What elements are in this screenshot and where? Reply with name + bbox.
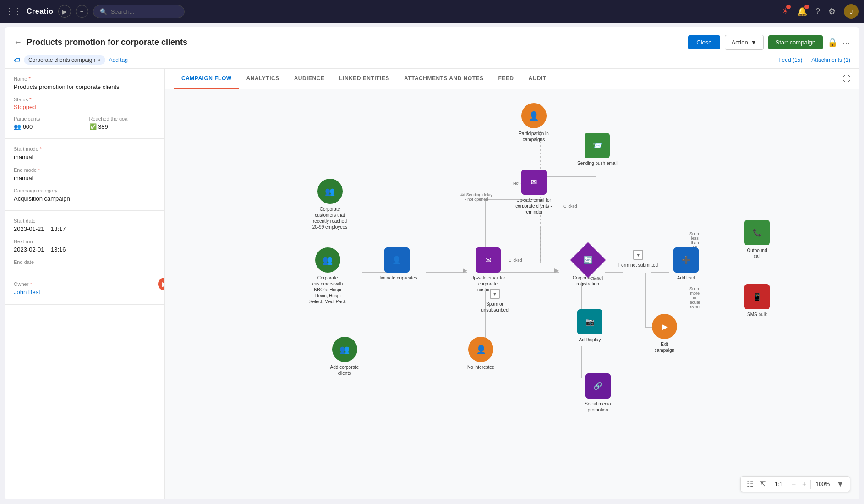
corp-1-label: Corporate customers that recently reache… — [309, 206, 350, 230]
owner-value[interactable]: John Best — [14, 288, 155, 296]
tab-feed[interactable]: FEED — [491, 69, 521, 89]
duplicate-icon: 👤 — [392, 256, 401, 264]
fit-view-button[interactable]: ⇱ — [757, 478, 768, 490]
zoom-out-button[interactable]: − — [789, 479, 798, 490]
svg-marker-25 — [554, 268, 559, 273]
sms-icon: 📱 — [753, 292, 762, 301]
goal-label: Reached the goal — [89, 116, 156, 121]
node-eliminate-dup[interactable]: 👤 Eliminate duplicates — [377, 247, 417, 281]
node-ad-display[interactable]: 📷 Ad Display — [577, 309, 602, 343]
goal-icon: ✅ — [89, 123, 97, 130]
main-content: ← Products promotion for corporate clien… — [0, 23, 864, 504]
close-button[interactable]: Close — [688, 35, 720, 49]
phone-icon: 📞 — [753, 228, 762, 237]
corp-2-label: Corporate customers with NBO's: Hospi Fl… — [307, 275, 348, 305]
name-label: Name — [14, 76, 155, 82]
spam-filter-icon: ▼ — [492, 291, 497, 296]
node-participation[interactable]: 👤 Participation in campaigns — [513, 103, 554, 142]
plus-button[interactable]: + — [76, 5, 88, 18]
more-options-icon[interactable]: ⋯ — [842, 38, 850, 48]
node-no-interest[interactable]: 👤 No interested — [467, 337, 494, 370]
tab-audit[interactable]: AUDIT — [521, 69, 554, 89]
tabs-bar: CAMPAIGN FLOW ANALYTICS AUDIENCE LINKED … — [165, 69, 859, 89]
expand-icon[interactable]: ⛶ — [843, 75, 850, 83]
avatar[interactable]: J — [844, 4, 859, 19]
start-campaign-button[interactable]: Start campaign — [768, 35, 823, 49]
node-add-lead[interactable]: ➕ Add lead — [673, 247, 699, 281]
play-button[interactable]: ▶ — [58, 5, 71, 18]
node-social-media[interactable]: 🔗 Social media promotion — [577, 373, 618, 413]
ad-display-icon: 📷 — [585, 318, 595, 326]
participation-icon: 👤 — [529, 111, 539, 121]
delay-label: 4d Sending delay - not opened — [460, 192, 492, 202]
help-icon[interactable]: ? — [815, 7, 820, 16]
start-mode-value: manual — [14, 153, 155, 161]
search-input[interactable] — [111, 8, 180, 15]
participants-field: Participants 👥 600 — [14, 116, 80, 131]
tab-audience[interactable]: AUDIENCE — [287, 69, 332, 89]
owner-section: Owner John Best — [5, 274, 164, 304]
settings-icon[interactable]: ⚙ — [828, 6, 836, 16]
tab-campaign-flow[interactable]: CAMPAIGN FLOW — [174, 69, 239, 89]
tab-attachments-notes[interactable]: ATTACHMENTS AND NOTES — [397, 69, 491, 89]
add-tag-button[interactable]: Add tag — [109, 57, 128, 63]
lock-icon[interactable]: 🔒 — [827, 38, 837, 48]
toolbar-divider-3 — [810, 480, 811, 489]
node-exit-campaign[interactable]: ▶ Exit campaign — [652, 314, 677, 353]
goal-field: Reached the goal ✅ 389 — [89, 116, 156, 131]
canvas-inner: 👤 Participation in campaigns Not opened … — [165, 89, 669, 410]
add-lead-label: Add lead — [677, 275, 695, 281]
start-mode-label: Start mode — [14, 146, 155, 152]
add-corp-label: Add corporate clients — [324, 364, 365, 376]
header-actions: Close Action ▼ Start campaign 🔒 ⋯ — [688, 35, 850, 50]
eliminate-label: Eliminate duplicates — [377, 275, 417, 281]
participants-value: 👥 600 — [14, 123, 80, 131]
left-panel: ▶ Name Products promotion for corporate … — [5, 69, 165, 499]
participation-label: Participation in campaigns — [513, 131, 554, 142]
chevron-down-icon[interactable]: ▼ — [834, 479, 846, 490]
mode-section: Start mode manual End mode manual Campai… — [5, 139, 164, 211]
social-label: Social media promotion — [577, 401, 618, 413]
grid-view-button[interactable]: ☷ — [744, 478, 755, 490]
node-corp-customers-2[interactable]: 👥 Corporate customers with NBO's: Hospi … — [307, 247, 348, 305]
node-sms-bulk[interactable]: 📱 SMS bulk — [744, 284, 770, 318]
bell-icon[interactable]: 🔔 — [797, 6, 807, 16]
corp-customers-2-icon: 👥 — [323, 255, 333, 265]
node-spam-unsub[interactable]: ▼ Spam or unsubscribed — [474, 289, 515, 313]
upsale-email-icon: ✉ — [485, 256, 491, 264]
tab-linked-entities[interactable]: LINKED ENTITIES — [332, 69, 397, 89]
tab-analytics[interactable]: ANALYTICS — [239, 69, 287, 89]
end-date-label: End date — [14, 259, 155, 265]
node-outbound-call[interactable]: 📞 Outbound call — [744, 220, 770, 259]
action-button[interactable]: Action ▼ — [725, 35, 764, 50]
tag-icon: 🏷 — [14, 56, 20, 64]
grid-icon[interactable]: ⋮⋮ — [5, 6, 22, 16]
node-upsale-main[interactable]: ✉ Up-sale email for corporate customers — [467, 247, 509, 293]
feed-link[interactable]: Feed (15) — [778, 57, 802, 63]
page-title: Products promotion for corporate clients — [27, 38, 688, 47]
node-add-corp[interactable]: 👥 Add corporate clients — [324, 337, 365, 376]
tag-close-icon[interactable]: × — [98, 57, 100, 63]
bell-badge — [804, 5, 809, 9]
node-corp-lead[interactable]: 🔄 Corporate lead registration — [567, 247, 608, 287]
people-icon[interactable]: ☀ — [782, 6, 789, 16]
social-icon: 🔗 — [593, 382, 602, 390]
corp-customers-icon: 👥 — [325, 186, 335, 197]
back-button[interactable]: ← — [14, 38, 22, 47]
exit-label: Exit campaign — [652, 341, 677, 353]
attachments-link[interactable]: Attachments (1) — [811, 57, 850, 63]
toolbar-divider — [770, 480, 770, 489]
campaign-category-label: Campaign category — [14, 188, 155, 193]
node-sending-push[interactable]: 📨 Sending push email — [577, 133, 618, 166]
right-panel: CAMPAIGN FLOW ANALYTICS AUDIENCE LINKED … — [165, 69, 859, 499]
zoom-in-button[interactable]: + — [800, 479, 809, 490]
page-header: ← Products promotion for corporate clien… — [5, 27, 859, 69]
action-label: Action — [732, 39, 748, 46]
node-corp-customers-1[interactable]: 👥 Corporate customers that recently reac… — [309, 179, 350, 230]
node-form-not-sub[interactable]: ▼ Form not submitted — [618, 250, 658, 268]
next-run-value: 2023-02-01 13:16 — [14, 246, 155, 254]
no-interest-label: No interested — [467, 364, 494, 370]
next-run-label: Next run — [14, 239, 155, 244]
flow-canvas[interactable]: 👤 Participation in campaigns Not opened … — [165, 89, 859, 499]
node-upsale-reminder[interactable]: ✉ Up-sale email for corporate clients - … — [513, 170, 554, 215]
